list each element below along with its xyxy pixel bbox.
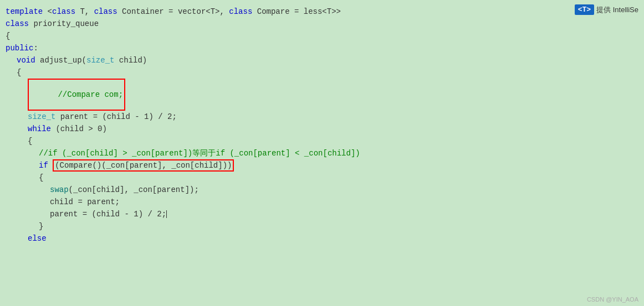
- code-line: if (Compare()(_con[parent], _con[child])…: [6, 159, 644, 172]
- code-text: :: [33, 42, 38, 54]
- code-text: {: [6, 30, 10, 42]
- keyword: while: [28, 123, 51, 135]
- code-editor: <T> 提供 IntelliSe template <class T, clas…: [0, 0, 644, 306]
- keyword: class: [229, 6, 252, 18]
- keyword: public: [6, 42, 33, 54]
- code-line: {: [6, 172, 644, 184]
- comment-text: //if (_con[child] > _con[parent])等同于if (…: [39, 147, 360, 159]
- keyword: class: [52, 6, 75, 18]
- code-line: }: [6, 220, 644, 232]
- code-text: {: [39, 172, 43, 184]
- code-text: [48, 159, 53, 172]
- code-text: priority_queue: [29, 18, 99, 30]
- keyword: class: [6, 18, 29, 30]
- code-line: {: [6, 135, 644, 147]
- code-text: T,: [75, 6, 94, 18]
- code-text: Compare = less<T>>: [252, 6, 341, 18]
- code-line: while (child > 0): [6, 123, 644, 135]
- code-text: child = parent;: [50, 196, 120, 208]
- code-text: (Compare()(_con[parent], _con[child])): [55, 161, 232, 170]
- function-name: swap: [50, 184, 69, 196]
- code-line: //if (_con[child] > _con[parent])等同于if (…: [6, 147, 644, 159]
- type-name: size_t: [28, 111, 55, 123]
- code-line: {: [6, 66, 644, 79]
- code-line: {: [6, 30, 644, 42]
- code-text: adjust_up(: [35, 54, 86, 66]
- highlighted-comment: //Compare com;: [28, 79, 125, 111]
- code-text: {: [17, 66, 21, 79]
- code-text: <: [43, 6, 52, 18]
- highlighted-condition: (Compare()(_con[parent], _con[child])): [53, 159, 234, 172]
- code-text: parent = (child - 1) / 2;: [55, 111, 176, 123]
- keyword: if: [39, 159, 48, 172]
- code-line: void adjust_up(size_t child): [6, 54, 644, 66]
- keyword: template: [6, 6, 43, 18]
- code-line: //Compare com;: [6, 79, 644, 111]
- keyword: void: [17, 54, 35, 66]
- watermark: CSDN @YIN_AOA: [587, 296, 638, 303]
- code-line: size_t parent = (child - 1) / 2;: [6, 111, 644, 123]
- code-text: parent = (child - 1) / 2;: [50, 208, 166, 220]
- code-text: child): [114, 54, 147, 66]
- comment-text: //Compare com;: [58, 90, 123, 99]
- code-line: parent = (child - 1) / 2;: [6, 208, 644, 220]
- code-text: (_con[child], _con[parent]);: [69, 184, 199, 196]
- code-line: public:: [6, 42, 644, 54]
- code-text: (child > 0): [51, 123, 107, 135]
- text-cursor: [166, 210, 167, 218]
- code-line: class priority_queue: [6, 18, 644, 30]
- code-text: }: [39, 220, 43, 232]
- code-line: swap(_con[child], _con[parent]);: [6, 184, 644, 196]
- keyword: else: [28, 232, 47, 245]
- code-text: {: [28, 135, 32, 147]
- code-text: Container = vector<T>,: [117, 6, 229, 18]
- code-line: else: [6, 232, 644, 245]
- type-name: size_t: [86, 54, 114, 66]
- keyword: class: [94, 6, 117, 18]
- code-line: child = parent;: [6, 196, 644, 208]
- code-line: template <class T, class Container = vec…: [6, 6, 644, 18]
